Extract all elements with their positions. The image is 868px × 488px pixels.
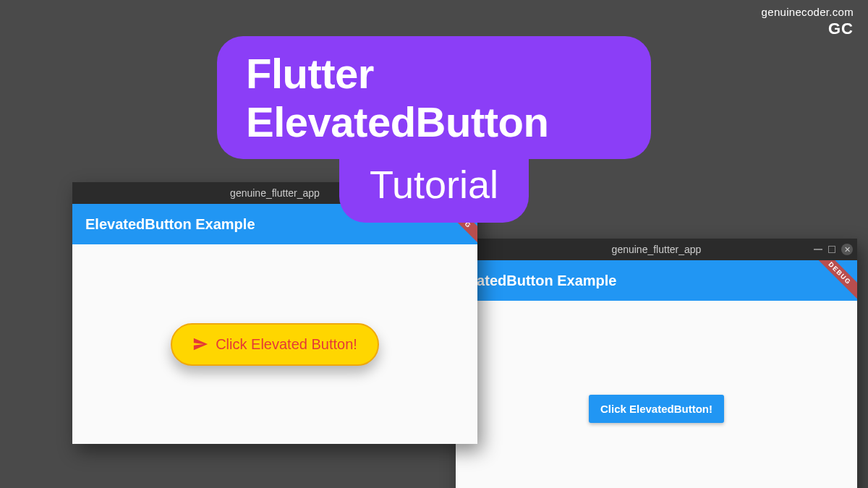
maximize-icon[interactable] [828,246,835,253]
send-icon [192,336,208,352]
title-sub: Tutorial [339,153,529,223]
watermark: genuinecoder.com GC [762,6,854,38]
minimize-icon[interactable] [814,249,822,250]
watermark-url: genuinecoder.com [762,6,854,18]
button-label: Click Elevated Button! [216,336,357,353]
app-body: Click Elevated Button! [72,244,477,444]
app-body: Click ElevatedButton! [456,301,857,488]
window-controls: ✕ [814,244,853,255]
app-window-right: genuine_flutter_app ✕ vatedButton Exampl… [456,239,857,488]
elevated-button-styled[interactable]: Click Elevated Button! [171,323,379,366]
appbar-title: vatedButton Example [469,273,616,289]
debug-banner: DEBUG [807,260,857,301]
window-titlebar: genuine_flutter_app ✕ [456,239,857,260]
tutorial-title: Flutter ElevatedButton Tutorial [217,36,651,223]
watermark-logo: GC [762,20,854,38]
window-title-text: genuine_flutter_app [612,244,702,255]
title-main: Flutter ElevatedButton [217,36,651,159]
app-bar: vatedButton Example DEBUG [456,260,857,301]
close-icon[interactable]: ✕ [841,244,853,255]
elevated-button-default[interactable]: Click ElevatedButton! [589,395,724,423]
button-label: Click ElevatedButton! [600,403,712,415]
